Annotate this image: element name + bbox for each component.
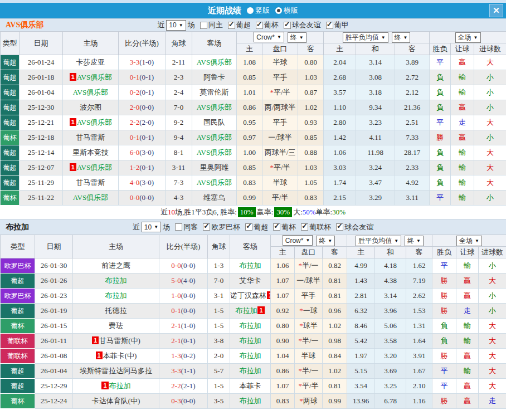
league-checkbox[interactable]	[284, 22, 291, 29]
filter-unit-label: 场	[163, 222, 170, 232]
league-checkbox[interactable]	[273, 223, 280, 231]
league-checkbox-label: 葡甲	[334, 20, 349, 30]
league-checkbox[interactable]	[228, 22, 235, 29]
full-score: 5-0	[171, 276, 181, 285]
cell-avg-draw: 3.47	[356, 175, 395, 191]
close-button[interactable]: ✕	[489, 4, 503, 17]
cell-avg-away: 28.17	[395, 145, 430, 160]
filter-controls: 近10▼场同主葡超葡杯球会友谊葡甲	[157, 20, 348, 31]
cell-away-team: 布拉加	[230, 394, 271, 409]
cell-date: 25-12-24	[35, 394, 73, 409]
matches-table: 类型日期主场比分(半场)角球客场Crow*▼终▼胜平负均值▼终▼全场▼主盘口客主…	[0, 31, 506, 206]
same-venue-checkbox[interactable]	[175, 223, 182, 231]
handicap-name: 一球	[303, 306, 318, 315]
cell-away-team-name: AVS俱乐部	[197, 103, 232, 111]
league-checkbox-label: 葡超	[254, 222, 268, 232]
cell-avg-away: 2.33	[395, 160, 430, 175]
league-checkbox[interactable]	[326, 22, 333, 29]
cell-corners: 9-4	[166, 130, 192, 145]
cell-home-team: 卡莎皮亚	[63, 55, 119, 70]
cell-result-handicap: 贏	[451, 100, 474, 115]
cell-score: 0-0(0-0)	[159, 258, 208, 274]
radio-horizontal[interactable]	[275, 7, 282, 14]
full-score: 1-3	[171, 351, 181, 360]
period-select[interactable]: 全场▼	[455, 32, 481, 43]
cell-avg-home: 2.81	[347, 289, 375, 304]
avg-time-select[interactable]: 终▼	[405, 236, 424, 246]
cell-result-goals: 大	[479, 349, 506, 364]
highlight-1-badge: 1	[257, 306, 264, 314]
radio-vertical[interactable]	[247, 7, 254, 14]
cell-home-team: 布拉加	[73, 274, 159, 289]
cell-avg-home: 2.68	[324, 70, 356, 85]
cell-result-handicap: 走	[451, 115, 474, 130]
cell-odds-home: 0.85	[237, 160, 262, 175]
odds-time-select[interactable]: 终▼	[316, 236, 335, 246]
cell-result-handicap: 輸	[451, 160, 474, 175]
same-venue-checkbox[interactable]	[200, 22, 207, 29]
cell-home-team-name: 卡莎皮亚	[76, 58, 105, 66]
cell-handicap: *两球	[295, 394, 323, 409]
cell-corners: 5-7	[208, 364, 230, 379]
cell-home-team: 1AVS俱乐部	[63, 115, 119, 130]
half-score: (3-0)	[139, 148, 154, 157]
cell-odds-away: 0.87	[298, 85, 324, 100]
cell-away-team-name: 本菲卡	[240, 382, 261, 390]
bookmaker-select[interactable]: Crow*▼	[283, 235, 313, 246]
cell-handicap: 半球	[262, 175, 298, 191]
league-checkbox-label: 葡联杯	[309, 222, 331, 232]
avg-time-select[interactable]: 终▼	[392, 32, 411, 43]
league-checkbox[interactable]	[203, 223, 210, 231]
stats-segment: 50%	[303, 208, 316, 217]
full-score: 2-2	[130, 118, 139, 126]
wdl-average-select-label: 胜平负均值	[346, 33, 379, 42]
league-checkbox[interactable]	[256, 22, 263, 29]
cell-away-team-name: 国民队	[203, 118, 225, 126]
cell-handicap: *平/半	[262, 85, 298, 100]
cell-handicap: 半球	[262, 55, 298, 70]
bookmaker-select-label: Crow*	[285, 237, 304, 245]
cell-date: 25-11-22	[20, 191, 63, 206]
sub-col-header: 主	[271, 247, 295, 258]
bookmaker-select[interactable]: Crow*▼	[254, 32, 284, 42]
highlight-1-badge: 1	[70, 73, 76, 81]
cell-result-wdl: 平	[432, 258, 456, 274]
cell-avg-away: 2.51	[395, 115, 430, 130]
avg-time-select-label: 终	[407, 236, 414, 246]
wdl-average-select[interactable]: 胜平负均值▼	[343, 32, 388, 43]
team-name: 布拉加	[6, 222, 29, 232]
avg-dropdown-group: 胜平负均值▼终▼	[324, 32, 430, 43]
cell-odds-home: 0.83	[237, 175, 262, 191]
cell-result-handicap: 贏	[456, 274, 479, 289]
table-row: 葡超26-01-26布拉加5-0(4-0)7-0艾华卡1.07一/球半0.811…	[1, 274, 506, 289]
match-count-select[interactable]: 10▼	[166, 20, 186, 31]
league-checkbox-label: 葡杯	[264, 20, 279, 30]
cell-date: 25-12-21	[20, 115, 63, 130]
cell-odds-away: 0.98	[323, 334, 347, 349]
highlight-1-badge: 1	[70, 118, 76, 126]
period-select[interactable]: 全场▼	[456, 236, 482, 246]
cell-avg-draw: 3.24	[356, 160, 395, 175]
wdl-average-select[interactable]: 胜平负均值▼	[356, 236, 401, 246]
full-score: 3-3	[130, 58, 139, 66]
cell-odds-home: 1.07	[271, 379, 295, 394]
cell-away-team-name: 里奥阿维	[200, 163, 229, 172]
cell-avg-draw: 4.38	[375, 274, 406, 289]
full-score: 0-2	[130, 88, 139, 96]
cell-home-team: AVS俱乐部	[63, 85, 119, 100]
match-count-select[interactable]: 10▼	[142, 222, 161, 232]
cell-result-wdl: 勝	[432, 289, 456, 304]
sub-col-header: 主	[347, 247, 375, 258]
league-checkbox[interactable]	[245, 223, 252, 231]
league-checkbox[interactable]	[301, 223, 308, 231]
cell-avg-away: 1.64	[406, 334, 432, 349]
odds-time-select[interactable]: 终▼	[288, 32, 306, 43]
col-header: 比分(半场)	[119, 32, 166, 55]
table-row: 葡超26-01-04AVS俱乐部0-2(0-1)2-4莫雷伦斯1.01*平/半0…	[1, 85, 506, 100]
league-checkbox[interactable]	[336, 223, 343, 231]
cell-away-team: AVS俱乐部	[192, 175, 237, 191]
league-badge: 葡超	[1, 70, 20, 85]
filter-near-label: 近	[133, 222, 140, 232]
cell-avg-home: 6.32	[347, 304, 375, 319]
league-badge: 葡杯	[1, 394, 35, 409]
